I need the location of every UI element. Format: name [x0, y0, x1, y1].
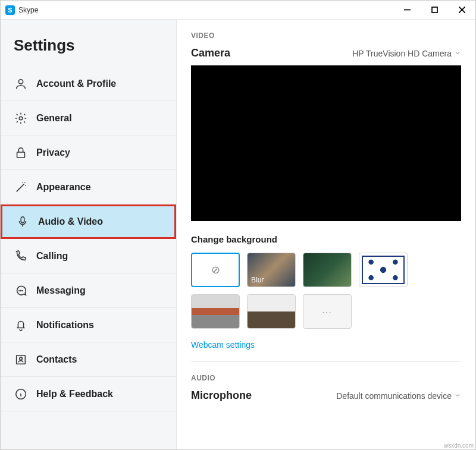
camera-row[interactable]: Camera HP TrueVision HD Camera	[191, 47, 461, 59]
sidebar-item-label: Account & Profile	[36, 78, 116, 89]
phone-icon	[14, 249, 28, 263]
main-panel: VIDEO Camera HP TrueVision HD Camera Cha…	[177, 20, 475, 449]
sidebar: Settings Account & Profile General Priva…	[1, 20, 177, 449]
background-option-6[interactable]	[247, 294, 296, 329]
bell-icon	[14, 318, 28, 332]
chevron-down-icon	[454, 49, 461, 58]
sidebar-item-calling[interactable]: Calling	[1, 239, 176, 273]
contacts-icon	[14, 353, 28, 367]
camera-value: HP TrueVision HD Camera	[352, 49, 452, 58]
watermark: wsxdn.com	[444, 442, 474, 449]
lock-icon	[14, 146, 28, 160]
maximize-button[interactable]	[421, 1, 448, 20]
sidebar-item-label: General	[36, 113, 72, 124]
info-icon	[14, 387, 28, 401]
window-controls	[393, 1, 475, 20]
svg-point-5	[19, 117, 23, 120]
background-more[interactable]: ···	[303, 294, 352, 329]
blur-label: Blur	[251, 276, 264, 284]
sidebar-item-general[interactable]: General	[1, 101, 176, 136]
app-title: Skype	[18, 6, 393, 14]
camera-preview	[191, 65, 461, 221]
sidebar-item-appearance[interactable]: Appearance	[1, 170, 176, 204]
microphone-value: Default communications device	[336, 391, 452, 401]
minimize-button[interactable]	[393, 1, 421, 20]
sidebar-item-label: Help & Feedback	[36, 389, 113, 399]
sidebar-item-contacts[interactable]: Contacts	[1, 342, 176, 377]
mic-icon	[15, 215, 30, 229]
gear-icon	[14, 111, 28, 125]
background-option-3[interactable]	[303, 253, 352, 287]
sidebar-item-label: Messaging	[36, 285, 86, 296]
svg-point-12	[20, 357, 23, 360]
sidebar-item-notifications[interactable]: Notifications	[1, 308, 176, 342]
sidebar-item-account-profile[interactable]: Account & Profile	[1, 67, 176, 101]
svg-point-9	[21, 290, 21, 291]
microphone-row[interactable]: Microphone Default communications device	[191, 389, 461, 402]
background-none[interactable]: ⊘	[191, 253, 240, 287]
video-section-header: VIDEO	[191, 32, 461, 40]
svg-rect-7	[21, 217, 24, 223]
sidebar-item-label: Audio & Video	[38, 216, 103, 227]
user-icon	[14, 77, 28, 91]
svg-point-4	[18, 79, 23, 83]
microphone-label: Microphone	[191, 389, 252, 402]
change-background-label: Change background	[191, 234, 461, 244]
wand-icon	[14, 180, 28, 194]
sidebar-item-label: Notifications	[36, 320, 94, 331]
titlebar: S Skype	[1, 1, 475, 20]
webcam-settings-link[interactable]: Webcam settings	[191, 340, 255, 350]
sidebar-item-audio-video[interactable]: Audio & Video	[1, 204, 176, 239]
background-grid: ⊘ Blur ···	[191, 253, 461, 329]
close-button[interactable]	[448, 1, 475, 20]
camera-label: Camera	[191, 47, 230, 59]
skype-icon: S	[5, 5, 15, 15]
sidebar-item-privacy[interactable]: Privacy	[1, 136, 176, 170]
chevron-down-icon	[454, 391, 461, 401]
sidebar-item-label: Privacy	[36, 147, 70, 158]
sidebar-item-label: Contacts	[36, 354, 77, 365]
background-option-5[interactable]	[191, 294, 240, 329]
microphone-dropdown[interactable]: Default communications device	[336, 391, 461, 401]
background-option-4[interactable]	[359, 253, 408, 287]
svg-point-8	[19, 290, 20, 291]
svg-rect-6	[17, 152, 25, 158]
settings-title: Settings	[1, 30, 176, 67]
camera-dropdown[interactable]: HP TrueVision HD Camera	[352, 49, 461, 58]
chat-icon	[14, 284, 28, 298]
svg-rect-1	[432, 7, 437, 12]
svg-point-10	[22, 290, 23, 291]
sidebar-item-help-feedback[interactable]: Help & Feedback	[1, 377, 176, 411]
sidebar-item-label: Calling	[36, 251, 68, 262]
sidebar-item-label: Appearance	[36, 182, 91, 193]
background-blur[interactable]: Blur	[247, 253, 296, 287]
audio-section-header: AUDIO	[191, 374, 461, 382]
sidebar-item-messaging[interactable]: Messaging	[1, 273, 176, 308]
divider	[191, 361, 461, 362]
